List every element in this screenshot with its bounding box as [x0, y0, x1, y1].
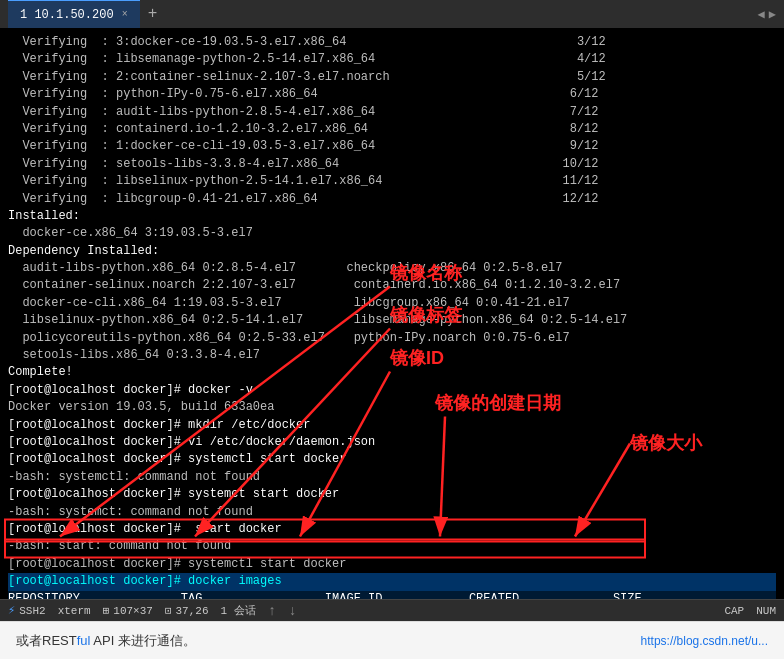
terminal-line: Installed:: [8, 208, 776, 225]
status-num: NUM: [756, 605, 776, 617]
position-icon: ⊡: [165, 604, 172, 617]
terminal-line: [root@localhost docker]# vi /etc/docker/…: [8, 434, 776, 451]
ssh-icon: ⚡: [8, 603, 15, 618]
info-text: 或者RESTful API 来进行通信。: [16, 632, 196, 650]
terminal-line: [root@localhost docker]# start docker: [8, 521, 776, 538]
terminal-label: xterm: [58, 605, 91, 617]
docker-images-header: REPOSITORY TAG IMAGE ID CREATED SIZE: [8, 591, 776, 600]
upload-icon: ↑: [268, 603, 276, 619]
terminal-line: Verifying : libselinux-python-2.5-14.1.e…: [8, 173, 776, 190]
terminal-line: [root@localhost docker]# systemctl start…: [8, 451, 776, 468]
prev-icon[interactable]: ◀: [758, 7, 765, 22]
highlighted-command-line: [root@localhost docker]# docker images: [8, 573, 776, 590]
terminal-line: container-selinux.noarch 2:2.107-3.el7 c…: [8, 277, 776, 294]
terminal-line: Verifying : audit-libs-python-2.8.5-4.el…: [8, 104, 776, 121]
terminal-line: setools-libs.x86_64 0:3.3.8-4.el7: [8, 347, 776, 364]
terminal-size: 107×37: [113, 605, 153, 617]
status-position: ⊡ 37,26: [165, 604, 209, 617]
ssh-label: SSH2: [19, 605, 45, 617]
info-link[interactable]: https://blog.csdn.net/u...: [641, 634, 768, 648]
status-bar: ⚡ SSH2 xterm ⊞ 107×37 ⊡ 37,26 1 会话 ↑ ↓ C…: [0, 599, 784, 621]
cursor-position: 37,26: [176, 605, 209, 617]
terminal-line: Verifying : 2:container-selinux-2.107-3.…: [8, 69, 776, 86]
cap-label: CAP: [724, 605, 744, 617]
num-label: NUM: [756, 605, 776, 617]
terminal-line: [root@localhost docker]# docker -v: [8, 382, 776, 399]
title-bar: 1 10.1.50.200 × + ◀ ▶: [0, 0, 784, 28]
terminal-line: -bash: start: command not found: [8, 538, 776, 555]
terminal-line: docker-ce.x86_64 3:19.03.5-3.el7: [8, 225, 776, 242]
terminal-line: Verifying : python-IPy-0.75-6.el7.x86_64…: [8, 86, 776, 103]
tab-add-button[interactable]: +: [140, 5, 166, 23]
status-cap: CAP: [724, 605, 744, 617]
next-icon[interactable]: ▶: [769, 7, 776, 22]
terminal-line: libselinux-python.x86_64 0:2.5-14.1.el7 …: [8, 312, 776, 329]
size-icon: ⊞: [103, 604, 110, 617]
terminal-tab[interactable]: 1 10.1.50.200 ×: [8, 0, 140, 28]
status-terminal: xterm: [58, 605, 91, 617]
terminal-line: docker-ce-cli.x86_64 1:19.03.5-3.el7 lib…: [8, 295, 776, 312]
terminal-line: audit-libs-python.x86_64 0:2.8.5-4.el7 c…: [8, 260, 776, 277]
terminal-line: [root@localhost docker]# mkdir /etc/dock…: [8, 417, 776, 434]
terminal-line: -bash: systemct: command not found: [8, 504, 776, 521]
terminal-line: policycoreutils-python.x86_64 0:2.5-33.e…: [8, 330, 776, 347]
terminal-line: Verifying : 3:docker-ce-19.03.5-3.el7.x8…: [8, 34, 776, 51]
terminal-content: Verifying : 3:docker-ce-19.03.5-3.el7.x8…: [8, 34, 776, 599]
terminal-line: [root@localhost docker]# systemctl start…: [8, 556, 776, 573]
terminal-line: Dependency Installed:: [8, 243, 776, 260]
terminal-line: Verifying : libcgroup-0.41-21.el7.x86_64…: [8, 191, 776, 208]
terminal-line: Verifying : setools-libs-3.3.8-4.el7.x86…: [8, 156, 776, 173]
info-bar: 或者RESTful API 来进行通信。 https://blog.csdn.n…: [0, 621, 784, 659]
terminal-line: [root@localhost docker]# systemct start …: [8, 486, 776, 503]
status-sessions: 1 会话: [221, 603, 256, 618]
tab-label: 1 10.1.50.200: [20, 8, 114, 22]
download-icon: ↓: [288, 603, 296, 619]
status-ssh: ⚡ SSH2: [8, 603, 46, 618]
sessions-label: 1 会话: [221, 603, 256, 618]
terminal-line: Complete!: [8, 364, 776, 381]
terminal-line: Verifying : 1:docker-ce-cli-19.03.5-3.el…: [8, 138, 776, 155]
terminal-line: Docker version 19.03.5, build 633a0ea: [8, 399, 776, 416]
terminal-line: Verifying : containerd.io-1.2.10-3.2.el7…: [8, 121, 776, 138]
terminal-line: Verifying : libsemanage-python-2.5-14.el…: [8, 51, 776, 68]
terminal-line: -bash: systemctl: command not found: [8, 469, 776, 486]
tab-close-icon[interactable]: ×: [122, 9, 128, 20]
terminal-area[interactable]: Verifying : 3:docker-ce-19.03.5-3.el7.x8…: [0, 28, 784, 599]
status-size: ⊞ 107×37: [103, 604, 153, 617]
title-bar-controls: ◀ ▶: [758, 7, 776, 22]
